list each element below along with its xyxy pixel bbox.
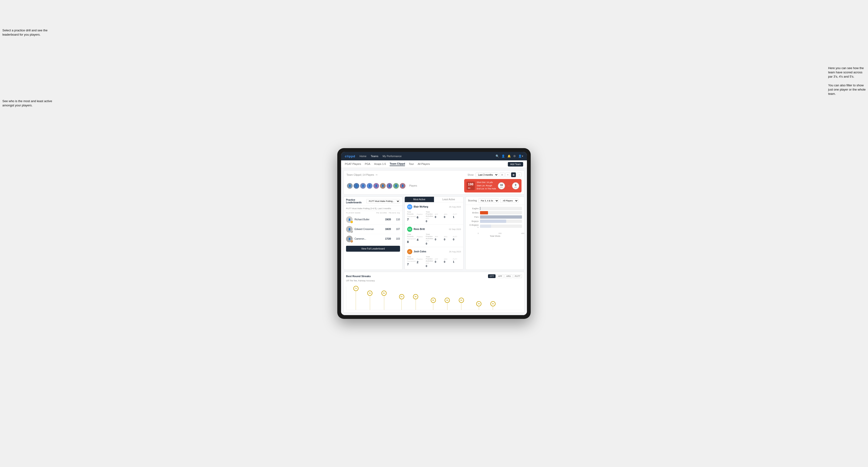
streak-line bbox=[447, 303, 447, 310]
bar-fill bbox=[480, 211, 488, 214]
ap-stats-1: Total Rounds Tournament 7 Practice 6 Tot… bbox=[407, 211, 461, 223]
search-icon[interactable]: 🔍 bbox=[496, 154, 499, 158]
bell-icon[interactable]: 🔔 bbox=[507, 154, 511, 158]
team-header-panel: Team Clippd | 14 Players ✏ Show: Last 3 … bbox=[343, 170, 525, 195]
lb-name-1: Richard Butler bbox=[354, 218, 381, 221]
shot-circles: 16 yds → 0 yds bbox=[498, 182, 519, 189]
user-avatar[interactable]: 👤▾ bbox=[518, 154, 523, 158]
avatar: 👤 bbox=[353, 183, 360, 189]
putt-group: PUTT 1 bbox=[453, 211, 461, 223]
view-full-leaderboard-button[interactable]: View Full Leaderboard bbox=[346, 246, 400, 252]
streak-dot: 5x bbox=[399, 294, 404, 299]
streak-dot: 4x bbox=[459, 298, 464, 303]
nav-item-home[interactable]: Home bbox=[359, 155, 367, 158]
bar-value: 311 bbox=[524, 220, 525, 222]
streaks-title: Best Round Streaks bbox=[346, 275, 371, 278]
streak-dot: 3x bbox=[476, 301, 482, 306]
streak-dot-group: 5x bbox=[399, 294, 404, 310]
lb-avatar-3: 👤 3 bbox=[346, 236, 352, 242]
avatar: 👤 bbox=[399, 183, 406, 189]
scoring-player-select[interactable]: All Players bbox=[500, 198, 519, 203]
streak-dot-group: 3x bbox=[476, 301, 482, 310]
arrow-icon: → bbox=[507, 184, 510, 188]
streak-dot-group: 4x bbox=[445, 298, 450, 310]
shot-number: 198 SC bbox=[467, 182, 475, 190]
bar-row-birdies: Birdies 96 bbox=[468, 211, 522, 214]
lb-col-headers: PLAYER NAME PB SCORE PB AVG SQ bbox=[344, 211, 402, 215]
bar-row-pars: Pars 499 bbox=[468, 215, 522, 219]
lb-name-3: Cameron... bbox=[354, 238, 381, 240]
streak-dot: 5x bbox=[413, 294, 418, 299]
list-view-icon[interactable]: ≡ bbox=[505, 173, 510, 177]
nav-logo: clippd bbox=[345, 154, 355, 158]
shot-circle-end: 0 yds bbox=[512, 182, 519, 189]
ap-name-row-2: RB Rees Britt bbox=[407, 227, 425, 232]
avatar: 👤 bbox=[379, 183, 386, 189]
sub-nav: PGAT Players PGA Hcaps 1-5 Team Clippd T… bbox=[341, 160, 527, 168]
app-button[interactable]: APP bbox=[496, 274, 504, 278]
streak-line bbox=[415, 299, 416, 310]
sort-icon[interactable]: ↕ bbox=[517, 173, 522, 177]
streaks-chart: 7x 6x 6x 5x 5x 4x 4x 4x 3x 3x bbox=[346, 286, 522, 310]
annotation-top-left: Select a practice drill and see the lead… bbox=[2, 28, 54, 37]
lb-row: 👤 2 Edward Crossman 18/20 107 bbox=[344, 224, 402, 234]
streak-line bbox=[479, 306, 479, 310]
grid-view-icon[interactable]: ⊞ bbox=[500, 173, 504, 177]
ap-date-2: 02 Sep 2023 bbox=[449, 228, 461, 230]
leaderboard-drill-select[interactable]: PUTT Must Make Putting... bbox=[366, 199, 400, 203]
activity-player-2: RB Rees Britt 02 Sep 2023 Total Rounds T… bbox=[405, 225, 464, 247]
bar-fill bbox=[480, 207, 480, 210]
activity-tab-switcher: Most Active Least Active bbox=[405, 197, 464, 203]
ap-name-2: Rees Britt bbox=[414, 228, 425, 230]
lb-avatar-1: 👤 ⭐ bbox=[346, 216, 352, 223]
settings-icon[interactable]: ⚙ bbox=[513, 154, 516, 158]
putt-button[interactable]: PUTT bbox=[513, 274, 522, 278]
edit-icon[interactable]: ✏ bbox=[376, 174, 378, 176]
activity-player-3: JC Josh Coles 26 Aug 2023 Total Rounds T… bbox=[405, 247, 464, 270]
sub-nav-pga[interactable]: PGA bbox=[365, 162, 370, 166]
streak-dot-group: 4x bbox=[459, 298, 464, 310]
nav-item-performance[interactable]: My Performance bbox=[382, 155, 402, 158]
players-label: Players bbox=[409, 184, 417, 187]
streaks-panel: Best Round Streaks OTT APP ARG PUTT Off … bbox=[343, 272, 525, 313]
arg-button[interactable]: ARG bbox=[504, 274, 513, 278]
least-active-tab[interactable]: Least Active bbox=[434, 197, 463, 202]
sub-nav-team[interactable]: Team Clippd bbox=[390, 162, 405, 166]
silver-badge: 2 bbox=[350, 230, 353, 233]
tablet-screen: clippd Home Teams My Performance 🔍 👤 🔔 ⚙… bbox=[341, 152, 527, 315]
activity-player-1-header: BM Blair McHarg 26 Aug 2023 bbox=[407, 204, 461, 210]
streak-line bbox=[401, 299, 402, 310]
streak-dot-group: 4x bbox=[431, 298, 436, 310]
show-select[interactable]: Last 3 months Last 6 months Last year bbox=[475, 173, 498, 177]
ap-name-row-1: BM Blair McHarg bbox=[407, 204, 428, 210]
streak-dot-group: 6x bbox=[381, 290, 386, 310]
lb-avg-3: 103 bbox=[393, 238, 400, 240]
sub-nav-tour[interactable]: Tour bbox=[409, 162, 414, 166]
bar-fill bbox=[480, 224, 491, 228]
people-icon[interactable]: 👤 bbox=[501, 154, 505, 158]
top-nav: clippd Home Teams My Performance 🔍 👤 🔔 ⚙… bbox=[341, 152, 527, 160]
tablet-frame: clippd Home Teams My Performance 🔍 👤 🔔 ⚙… bbox=[337, 148, 531, 319]
bar-track: 499 bbox=[480, 215, 522, 219]
most-active-tab[interactable]: Most Active bbox=[405, 197, 434, 202]
sub-nav-pgat[interactable]: PGAT Players bbox=[345, 162, 361, 166]
streak-dot: 3x bbox=[490, 301, 496, 306]
sub-nav-all[interactable]: All Players bbox=[418, 162, 430, 166]
bar-chart: Eagles 3 Birdies 96 Pars 499 Bogeys 311 … bbox=[466, 205, 524, 231]
ap-date-1: 26 Aug 2023 bbox=[449, 206, 461, 208]
bar-fill bbox=[480, 220, 506, 223]
add-team-button[interactable]: Add Team bbox=[508, 162, 523, 166]
nav-item-teams[interactable]: Teams bbox=[370, 155, 379, 158]
sub-nav-hcaps[interactable]: Hcaps 1-5 bbox=[374, 162, 386, 166]
lb-score-3: 17/20 bbox=[383, 238, 391, 240]
scoring-par-select[interactable]: Par 3, 4 & 5s bbox=[478, 198, 499, 203]
streak-line bbox=[493, 306, 493, 310]
card-view-icon[interactable]: ▦ bbox=[511, 173, 516, 177]
lb-row: 👤 3 Cameron... 17/20 103 bbox=[344, 234, 402, 244]
nav-items: Home Teams My Performance bbox=[359, 155, 492, 158]
bar-value: 131 bbox=[524, 225, 525, 227]
lb-score-2: 18/20 bbox=[383, 228, 391, 230]
total-practice-group: Total Practice Activities OTT 0 bbox=[426, 211, 434, 223]
ott-button[interactable]: OTT bbox=[488, 274, 496, 278]
streak-line bbox=[461, 303, 461, 310]
